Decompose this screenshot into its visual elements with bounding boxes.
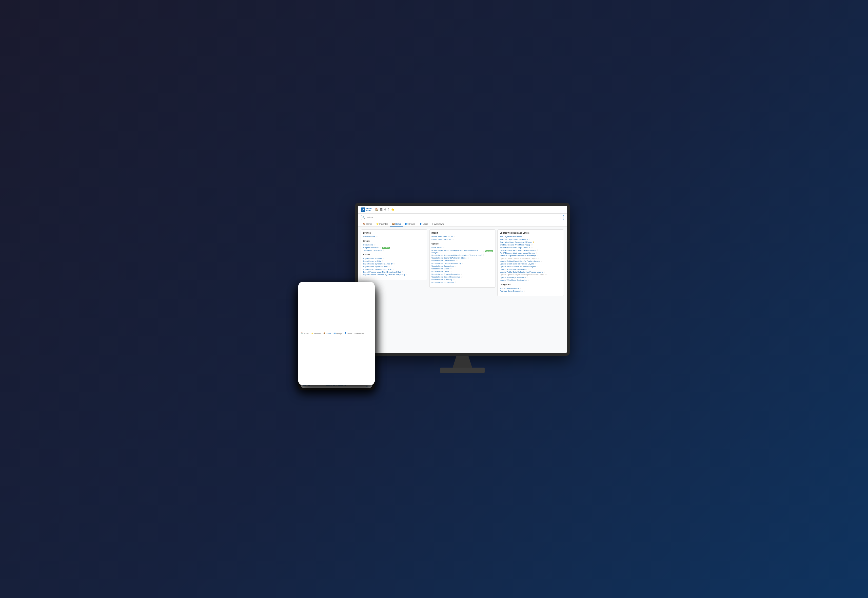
- export-field-domains-star[interactable]: ☆: [402, 271, 403, 273]
- update-field-domains-star[interactable]: ☆: [537, 265, 538, 268]
- remove-duplicates-star[interactable]: ☆: [537, 254, 538, 257]
- link-update-extent[interactable]: Update Items Extent ☆: [432, 268, 493, 270]
- tablet-tab-favorites[interactable]: ⭐ Favorites: [310, 289, 322, 385]
- copy-symbology-star[interactable]: ★: [533, 241, 534, 243]
- link-update-description[interactable]: Update Items Description ☆: [432, 265, 493, 267]
- move-items-star[interactable]: ☆: [442, 247, 444, 249]
- link-update-owner[interactable]: Update Items Owner ☆: [432, 271, 493, 273]
- update-basemaps-star[interactable]: ☆: [526, 276, 528, 278]
- link-update-bookmarks[interactable]: Update Web Maps Bookmarks ☆: [500, 279, 562, 281]
- update-bookmarks-star[interactable]: ☆: [527, 279, 529, 281]
- copy-items-star[interactable]: ☆: [374, 244, 375, 246]
- link-remove-duplicates[interactable]: Remove Duplicate Services in Web Maps ☆: [500, 254, 562, 257]
- link-update-sharing[interactable]: Update Items Sharing Properties ☆: [432, 273, 493, 275]
- link-update-thumbnails[interactable]: Update Items Thumbnails ☆: [432, 281, 493, 284]
- update-export-data-star[interactable]: ☆: [534, 263, 536, 265]
- import-json-star[interactable]: ☆: [454, 236, 455, 238]
- link-update-credits[interactable]: Update Items Credits (Attribution) ☆: [432, 262, 493, 265]
- update-credits-star[interactable]: ☆: [462, 262, 463, 265]
- find-layer-names-star[interactable]: ☆: [535, 252, 537, 254]
- update-summary-star[interactable]: ☆: [453, 278, 455, 281]
- update-thumbnails-star[interactable]: ☆: [455, 281, 456, 284]
- link-import-csv[interactable]: Import Items from CSV ☆: [432, 238, 493, 241]
- update-sync-star[interactable]: ☆: [528, 268, 530, 271]
- tab-groups[interactable]: 👥 Groups: [403, 221, 417, 227]
- link-copy-items[interactable]: Copy Items ☆: [363, 244, 425, 246]
- import-csv-star[interactable]: ☆: [452, 238, 454, 241]
- link-copy-symbology[interactable]: Copy Web Maps Symbology / Popup ★: [500, 241, 562, 243]
- link-update-content-url[interactable]: Update Items Content URL ☆: [432, 260, 493, 262]
- export-csv-star[interactable]: ☆: [382, 260, 384, 262]
- link-export-details-text[interactable]: Export Items by Details Text ☆: [363, 265, 425, 268]
- export-client-id-star[interactable]: ☆: [393, 263, 395, 265]
- link-find-layer-names[interactable]: Find / Replace Web Maps Layer Names ☆: [500, 252, 562, 254]
- update-access-star[interactable]: ☆: [483, 254, 484, 256]
- link-remove-layers[interactable]: Remove Layers from Web Maps ☆: [500, 238, 562, 241]
- find-item-ids-star[interactable]: ☆: [531, 247, 533, 249]
- link-update-basemaps[interactable]: Update Web Maps Basemaps ☆: [500, 276, 562, 278]
- tab-favorites[interactable]: ⭐ Favorites: [374, 221, 390, 227]
- link-add-categories[interactable]: Add Items Categories ☆: [500, 287, 562, 289]
- star-icon[interactable]: ⭐: [391, 208, 394, 211]
- update-credentials-star[interactable]: ☆: [461, 276, 463, 278]
- link-update-field-domains[interactable]: Update Field Domains for Feature Layers …: [500, 265, 562, 268]
- export-json-star[interactable]: ☆: [383, 257, 385, 260]
- link-move-items[interactable]: Move Items ☆: [432, 247, 493, 249]
- find-service-urls-star[interactable]: ☆: [537, 249, 538, 251]
- link-update-authority[interactable]: Update Items Content (Authority) Status …: [432, 257, 493, 259]
- link-update-public-data[interactable]: Update Public Data Collection for Featur…: [500, 271, 562, 273]
- link-update-export-data[interactable]: Update Export Data for Feature Layers ☆: [500, 263, 562, 265]
- link-update-editing[interactable]: Update Editing Capabilities for Feature …: [500, 260, 562, 262]
- search-input[interactable]: [361, 215, 564, 220]
- gear-icon[interactable]: ⚙: [384, 208, 387, 211]
- link-remove-categories[interactable]: Remove Items Categories ☆: [500, 290, 562, 292]
- thumbnail-generator-star[interactable]: ☆: [383, 249, 384, 251]
- link-export-field-domains[interactable]: Export Feature Layer Field Domains (CSV)…: [363, 271, 425, 273]
- link-find-item-ids[interactable]: Find / Replace Web Maps Item IDs ☆: [500, 247, 562, 249]
- rewire-layer-star[interactable]: ☆: [483, 250, 484, 253]
- enable-popup-star[interactable]: ☆: [531, 244, 533, 246]
- link-find-service-urls[interactable]: Find / Replace Web Maps Services URLs ☆: [500, 249, 562, 251]
- link-update-sync[interactable]: Update Items Sync Capabilities ☆: [500, 268, 562, 271]
- link-import-json[interactable]: Import Items from JSON ☆: [432, 236, 493, 238]
- tablet-tab-workflows[interactable]: ≡ Workflows: [353, 289, 365, 385]
- link-export-attribute-text[interactable]: Export Feature Services by Attribute Tex…: [363, 274, 425, 276]
- link-update-credentials[interactable]: Update Items Stored Credentials ☆: [432, 276, 493, 278]
- link-update-access[interactable]: Update Items Access and Use Constraints …: [432, 254, 493, 256]
- add-layers-star[interactable]: ☆: [523, 236, 524, 238]
- remove-categories-star[interactable]: ☆: [523, 290, 525, 292]
- browse-items-star[interactable]: ☆: [376, 236, 378, 238]
- link-add-layers[interactable]: Add Layers to Web Maps ☆: [500, 236, 562, 238]
- update-editing-star[interactable]: ☆: [541, 260, 543, 262]
- tab-items[interactable]: 📦 Items: [390, 221, 403, 227]
- image-icon[interactable]: 🖼: [380, 208, 383, 211]
- link-thumbnail-generator[interactable]: Thumbnail Generator ☆: [363, 249, 425, 251]
- help-icon[interactable]: ?: [388, 208, 390, 211]
- update-content-url-star[interactable]: ☆: [456, 260, 458, 262]
- tab-workflows[interactable]: ≡ Workflows: [430, 221, 445, 227]
- link-export-client-id[interactable]: Export Items by Client ID / App ID ☆: [363, 263, 425, 265]
- update-sharing-star[interactable]: ☆: [461, 273, 463, 275]
- update-public-data-star[interactable]: ☆: [543, 271, 545, 273]
- tablet-tab-items[interactable]: 📦 Items: [322, 289, 332, 385]
- link-rewire-layer[interactable]: Rewire Layer Info in Web AppBuilder and …: [432, 249, 493, 254]
- remove-layers-star[interactable]: ☆: [529, 238, 531, 241]
- link-export-csv[interactable]: Export Items to CSV ☆: [363, 260, 425, 262]
- update-owner-star[interactable]: ☆: [450, 271, 452, 273]
- export-details-star[interactable]: ☆: [388, 265, 390, 268]
- tablet-tab-home[interactable]: 🏠 Home: [301, 289, 310, 385]
- link-register-services[interactable]: Register Services ☆ Updated!: [363, 247, 425, 249]
- home-icon[interactable]: 🏠: [375, 208, 378, 211]
- link-export-json[interactable]: Export Items to JSON ☆: [363, 257, 425, 260]
- tablet-tab-users[interactable]: 👤 Users: [343, 289, 353, 385]
- link-update-summary[interactable]: Update Items Summary ☆: [432, 278, 493, 281]
- add-categories-star[interactable]: ☆: [519, 287, 521, 289]
- update-extent-star[interactable]: ☆: [450, 268, 452, 270]
- tablet-tab-groups[interactable]: 👥 Groups: [332, 289, 343, 385]
- link-enable-popup[interactable]: Enable / Disable Web Maps Popup ☆: [500, 244, 562, 246]
- export-attribute-text-star[interactable]: ☆: [406, 274, 407, 276]
- link-export-data-json[interactable]: Export Items by Data JSON Text ☆: [363, 268, 425, 271]
- register-services-star[interactable]: ☆: [379, 247, 381, 249]
- tab-home[interactable]: 🏠 Home: [361, 221, 374, 227]
- link-browse-items[interactable]: Browse Items ☆: [363, 236, 425, 238]
